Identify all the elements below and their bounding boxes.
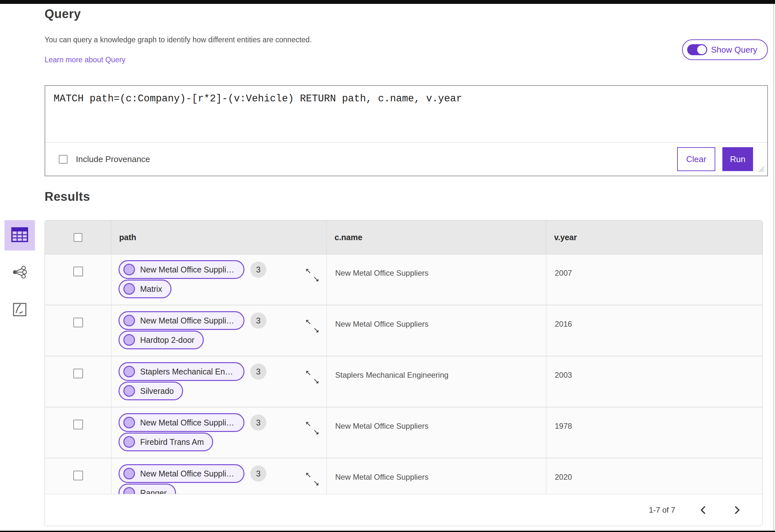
vyear-cell: 2016: [546, 305, 762, 356]
run-button[interactable]: Run: [722, 147, 753, 171]
arrow-up-left-icon: ↖: [305, 420, 311, 428]
path-cell: New Metal Office Suppliers3Hardtop 2-doo…: [111, 305, 326, 356]
arrow-up-left-icon: ↖: [305, 369, 311, 377]
expand-path-icon[interactable]: ↖↘: [305, 267, 319, 283]
node-circle-icon: [123, 283, 135, 295]
table-row: New Metal Office Suppliers3Hardtop 2-doo…: [45, 305, 762, 356]
pagination-prev-button[interactable]: [697, 504, 709, 517]
path-count-badge: 3: [250, 465, 266, 482]
toggle-on-icon[interactable]: [687, 44, 707, 55]
path-second-line: Ranger: [118, 484, 326, 494]
graph-view-icon: [12, 266, 27, 280]
path-second-line: Hardtop 2-door: [118, 331, 326, 349]
cname-cell: New Metal Office Suppliers: [326, 254, 546, 305]
expand-path-icon[interactable]: ↖↘: [305, 420, 319, 436]
query-page: Query You can query a knowledge graph to…: [0, 0, 775, 532]
expand-path-icon[interactable]: ↖↘: [305, 369, 319, 385]
node-circle-icon: [123, 264, 135, 275]
entity-pill[interactable]: New Metal Office Suppliers: [118, 311, 244, 330]
table-row: Staplers Mechanical Engi...3Silverado↖↘S…: [45, 356, 762, 407]
map-view-icon: [13, 302, 27, 318]
expand-path-icon[interactable]: ↖↘: [305, 318, 319, 334]
row-select-cell: [45, 305, 111, 356]
pagination-range-label: 1-7 of 7: [649, 506, 675, 515]
cname-cell: New Metal Office Suppliers: [326, 407, 546, 458]
path-first-line: Staplers Mechanical Engi...3: [118, 362, 326, 381]
column-header-cname: c.name: [326, 220, 546, 254]
arrow-up-left-icon: ↖: [305, 318, 311, 326]
row-checkbox[interactable]: [73, 471, 83, 480]
table-view-button[interactable]: [5, 220, 35, 251]
row-select-cell: [45, 458, 111, 494]
map-view-button[interactable]: [5, 295, 35, 325]
entity-pill-label: New Metal Office Suppliers: [140, 316, 235, 325]
pagination-next-button[interactable]: [731, 504, 744, 517]
include-provenance-checkbox[interactable]: [59, 155, 67, 164]
entity-pill-label: New Metal Office Suppliers: [140, 469, 235, 478]
path-cell: Staplers Mechanical Engi...3Silverado↖↘: [111, 356, 326, 407]
path-second-line: Silverado: [118, 382, 326, 400]
graph-view-button[interactable]: [5, 258, 35, 288]
learn-more-link[interactable]: Learn more about Query: [45, 56, 126, 64]
table-row: New Metal Office Suppliers3Firebird Tran…: [45, 407, 762, 458]
row-checkbox[interactable]: [73, 318, 83, 327]
vyear-cell: 2020: [546, 458, 762, 494]
vyear-cell: 2003: [546, 356, 762, 407]
show-query-label: Show Query: [711, 45, 757, 55]
results-view-rail: [5, 220, 35, 325]
select-all-checkbox[interactable]: [74, 233, 82, 242]
row-select-cell: [45, 407, 111, 458]
window-right-edge: [773, 4, 774, 531]
query-input[interactable]: MATCH path=(c:Company)-[r*2]-(v:Vehicle)…: [45, 86, 767, 143]
path-second-line: Matrix: [118, 280, 326, 298]
node-circle-icon: [123, 417, 135, 428]
page-title: Query: [45, 7, 81, 21]
entity-pill[interactable]: Ranger: [118, 484, 176, 494]
resize-handle-icon[interactable]: [757, 165, 765, 174]
entity-pill[interactable]: New Metal Office Suppliers: [118, 413, 244, 432]
arrow-down-right-icon: ↘: [313, 275, 319, 283]
entity-pill[interactable]: Firebird Trans Am: [118, 433, 213, 451]
entity-pill[interactable]: Hardtop 2-door: [118, 331, 204, 349]
entity-pill-label: Silverado: [140, 386, 174, 396]
row-checkbox[interactable]: [73, 420, 83, 429]
entity-pill[interactable]: New Metal Office Suppliers: [118, 464, 244, 483]
arrow-down-right-icon: ↘: [313, 377, 319, 385]
entity-pill[interactable]: Matrix: [118, 280, 171, 298]
entity-pill[interactable]: Staplers Mechanical Engi...: [118, 362, 244, 381]
table-row: New Metal Office Suppliers3Ranger↖↘New M…: [45, 458, 762, 494]
path-cell: New Metal Office Suppliers3Firebird Tran…: [111, 407, 326, 458]
path-cell: New Metal Office Suppliers3Matrix↖↘: [111, 254, 326, 305]
table-pagination: 1-7 of 7: [45, 494, 762, 526]
clear-button[interactable]: Clear: [677, 147, 715, 171]
row-select-cell: [45, 356, 111, 407]
results-table: path c.name v.year New Metal Office Supp…: [45, 220, 763, 526]
row-checkbox[interactable]: [73, 369, 83, 378]
cname-cell: New Metal Office Suppliers: [326, 305, 546, 356]
entity-pill[interactable]: Silverado: [118, 382, 183, 400]
row-select-cell: [45, 254, 111, 305]
expand-path-icon[interactable]: ↖↘: [305, 471, 319, 487]
node-circle-icon: [123, 487, 135, 494]
cname-cell: New Metal Office Suppliers: [326, 458, 546, 494]
entity-pill-label: Ranger: [140, 488, 167, 494]
arrow-down-right-icon: ↘: [313, 326, 319, 334]
path-count-badge: 3: [250, 414, 266, 431]
window-bottom-edge: [0, 531, 775, 532]
table-row: New Metal Office Suppliers3Matrix↖↘New M…: [45, 254, 762, 305]
entity-pill[interactable]: New Metal Office Suppliers: [118, 260, 244, 279]
arrow-up-left-icon: ↖: [305, 471, 311, 479]
node-circle-icon: [123, 366, 135, 377]
show-query-toggle-button[interactable]: Show Query: [682, 39, 768, 60]
path-count-badge: 3: [250, 363, 266, 380]
window-top-edge: [0, 0, 775, 4]
row-checkbox[interactable]: [73, 267, 83, 276]
path-count-badge: 3: [250, 261, 266, 278]
path-cell: New Metal Office Suppliers3Ranger↖↘: [111, 458, 326, 494]
node-circle-icon: [123, 385, 135, 397]
path-first-line: New Metal Office Suppliers3: [118, 464, 326, 483]
node-circle-icon: [123, 315, 135, 326]
page-description: You can query a knowledge graph to ident…: [45, 36, 311, 44]
node-circle-icon: [123, 468, 135, 479]
node-circle-icon: [123, 436, 135, 448]
